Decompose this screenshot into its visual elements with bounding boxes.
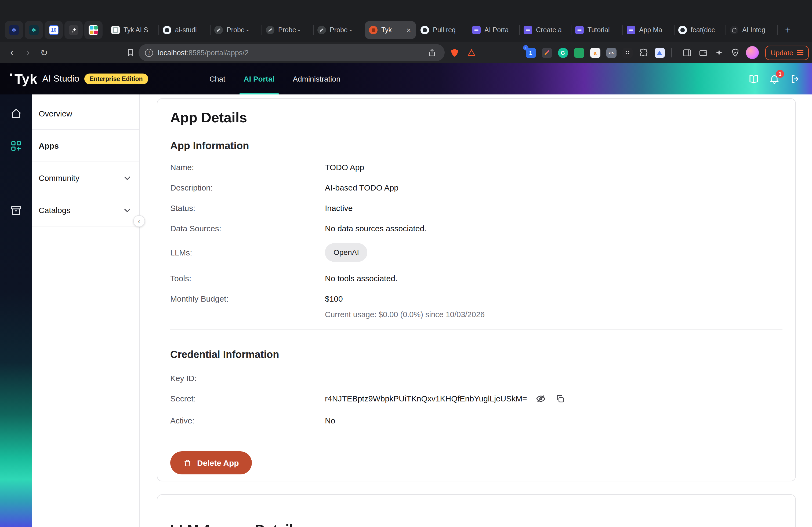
share-icon[interactable] [425, 46, 438, 59]
catalog-box-icon[interactable] [9, 203, 24, 218]
logout-icon[interactable] [789, 73, 801, 85]
profile-avatar[interactable] [746, 46, 759, 59]
image-viewer-extension-icon[interactable] [653, 46, 666, 59]
nav-chat[interactable]: Chat [209, 63, 225, 94]
tab[interactable]: Tutorial [571, 21, 622, 39]
app-header: Tyk AI Studio Enterprise Edition Chat AI… [0, 63, 812, 94]
sidebar-item-overview[interactable]: Overview [32, 98, 139, 130]
copy-secret-icon[interactable] [555, 393, 566, 404]
home-icon[interactable] [9, 106, 24, 121]
tab[interactable]: Probe - [210, 21, 262, 39]
browser-toolbar: ‹ › ↻ i localhost:8585/portal/apps/2 1 1… [0, 42, 812, 63]
reload-button[interactable]: ↻ [38, 46, 50, 59]
tab[interactable]: Probe - [313, 21, 365, 39]
privacy-shield-icon[interactable] [729, 46, 742, 59]
portal-doc-favicon [524, 26, 532, 34]
tab-label: Pull req [433, 26, 463, 34]
update-button[interactable]: Update [765, 45, 809, 60]
brand: Tyk AI Studio Enterprise Edition [0, 71, 148, 87]
apps-grid-icon[interactable] [9, 138, 24, 153]
amazon-extension-icon[interactable]: a [589, 46, 601, 59]
nav-administration[interactable]: Administration [293, 63, 340, 94]
delete-app-button[interactable]: Delete App [170, 451, 252, 475]
forward-button[interactable]: › [21, 46, 34, 59]
notifications-bell-icon[interactable]: 1 [768, 73, 780, 85]
tab[interactable]: ai-studi [158, 21, 210, 39]
update-label: Update [771, 48, 793, 57]
llm-access-details-heading: LLM Access Details [170, 522, 782, 527]
trash-icon [183, 458, 192, 467]
tab[interactable]: Create a [519, 21, 571, 39]
close-tab-icon[interactable]: × [405, 26, 412, 34]
portal-doc-favicon [627, 26, 635, 34]
password-manager-extension-icon[interactable]: 1 1 [524, 46, 537, 59]
page-title: App Details [170, 109, 782, 126]
field-row-secret: Secret: r4NJTEBptz9WbpkPUiTKnQxv1KHQfEnb… [170, 393, 782, 404]
pinned-tab-2[interactable]: ✻ [25, 21, 43, 39]
sidebar-item-apps[interactable]: Apps [32, 130, 139, 162]
tab[interactable]: feat(doc [674, 21, 726, 39]
url-path: :8585/portal/apps/2 [187, 48, 249, 57]
active-value: No [325, 415, 335, 426]
tab[interactable]: AI Porta [468, 21, 519, 39]
tab-label: Tyk AI S [124, 26, 154, 34]
tab[interactable]: App Ma [622, 21, 674, 39]
grammarly-extension-icon[interactable]: G [556, 46, 569, 59]
header-actions: 1 [748, 73, 812, 85]
pinned-tab-1[interactable]: ✻ [5, 21, 23, 39]
toolbar-separator [671, 48, 672, 57]
llm-access-details-card: LLM Access Details [157, 494, 796, 527]
hide-secret-eye-off-icon[interactable] [536, 393, 547, 404]
sidebar-collapse-button[interactable]: ‹ [133, 215, 145, 227]
chevron-down-icon [124, 176, 130, 180]
tab[interactable]: Tyk AI S [107, 21, 158, 39]
llm-chip: OpenAI [325, 243, 367, 262]
budget-value-block: $100 Current usage: $0.00 (0.0%) since 1… [325, 293, 485, 320]
pencil-editor-extension-icon[interactable] [540, 46, 553, 59]
field-value: No data sources associated. [325, 223, 427, 234]
tab[interactable]: Probe - [262, 21, 313, 39]
edition-badge: Enterprise Edition [84, 74, 148, 84]
brave-rewards-icon[interactable] [465, 46, 478, 59]
sidebar: Overview Apps Community Catalogs ‹ [32, 94, 140, 527]
tab-label: Tyk [381, 26, 402, 34]
github-favicon [678, 26, 687, 34]
budget-usage-note: Current usage: $0.00 (0.0%) since 10/03/… [325, 309, 485, 320]
field-label: Tools: [170, 273, 325, 284]
tab-label: feat(doc [691, 26, 721, 34]
sidebar-item-community[interactable]: Community [32, 162, 139, 194]
extension-badge: 1 [523, 45, 528, 50]
brave-shield-icon[interactable] [448, 46, 461, 59]
wallet-icon[interactable] [697, 46, 709, 59]
sidebar-item-label: Community [39, 174, 79, 182]
field-value: AI-based TODO App [325, 182, 398, 193]
pinned-tab-4[interactable] [64, 21, 83, 39]
back-button[interactable]: ‹ [5, 46, 18, 59]
new-tab-button[interactable]: + [780, 22, 795, 37]
nav-ai-portal[interactable]: AI Portal [244, 63, 274, 94]
puzzle-extensions-icon[interactable] [637, 46, 650, 59]
green-extension-icon[interactable] [572, 46, 585, 59]
tab[interactable]: AI Integ [726, 21, 777, 39]
tab[interactable]: Pull req [416, 21, 468, 39]
pinned-tab-5[interactable] [84, 21, 103, 39]
pin-icon [69, 25, 78, 35]
address-bar[interactable]: i localhost:8585/portal/apps/2 [139, 44, 445, 61]
portal-doc-favicon [472, 26, 481, 34]
docs-book-icon[interactable] [748, 73, 759, 85]
tab-label: App Ma [639, 26, 670, 34]
sidebar-panel-icon[interactable] [680, 46, 693, 59]
tab-label: Probe - [278, 26, 309, 34]
pinned-tab-3[interactable]: 10 [45, 21, 63, 39]
badge-ten-icon: 10 [49, 25, 59, 35]
tab-label: ai-studi [175, 26, 206, 34]
site-info-icon[interactable]: i [145, 48, 153, 57]
bookmark-icon[interactable] [124, 46, 137, 59]
tab-strip: ✻ ✻ 10 Tyk AI S ai-studi Probe - Probe -… [0, 0, 812, 42]
main-nav: Chat AI Portal Administration [209, 63, 340, 94]
crx-extension-icon[interactable]: crx [605, 46, 618, 59]
sidebar-item-catalogs[interactable]: Catalogs [32, 194, 139, 226]
leo-ai-icon[interactable] [713, 46, 726, 59]
tab-active[interactable]: Tyk × [365, 21, 416, 39]
dark-grid-extension-icon[interactable] [621, 46, 634, 59]
